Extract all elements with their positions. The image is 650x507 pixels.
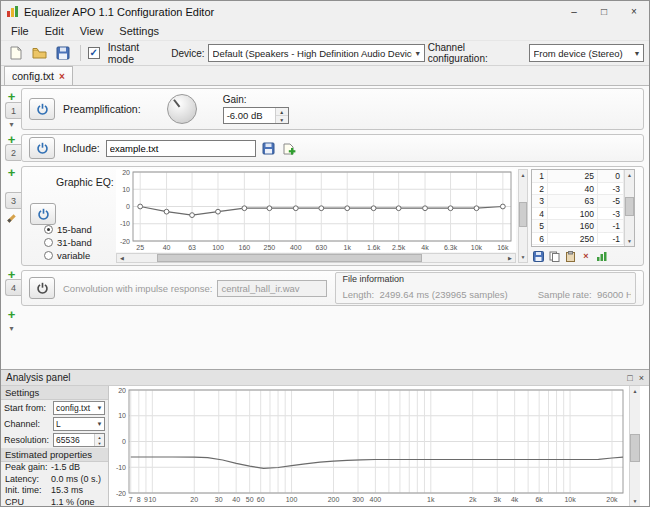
- include-power-toggle[interactable]: [29, 137, 55, 159]
- svg-text:-10: -10: [116, 464, 126, 471]
- eq-table-row[interactable]: 5160-1: [532, 220, 624, 233]
- new-file-button[interactable]: [6, 43, 26, 63]
- power-icon: [36, 103, 49, 116]
- menu-settings[interactable]: Settings: [111, 24, 167, 38]
- open-folder-icon: [32, 47, 47, 59]
- eq-mode-radio-31-band[interactable]: 31-band: [44, 237, 92, 248]
- save-icon: [56, 46, 70, 60]
- row-number-1[interactable]: 1: [5, 102, 21, 119]
- menu-view[interactable]: View: [72, 24, 112, 38]
- config-editor-area: + 1 ▾ + 2 + 3 + 4 + ▾ Preamplification: …: [1, 86, 649, 369]
- tab-config-txt[interactable]: config.txt ×: [4, 66, 73, 85]
- svg-text:10: 10: [122, 186, 130, 193]
- spin-up-button[interactable]: ▲: [276, 108, 288, 116]
- row-number-2[interactable]: 2: [5, 144, 21, 161]
- resolution-value: 65536: [54, 434, 94, 446]
- svg-text:20: 20: [190, 496, 198, 503]
- row-graphic-eq: Graphic EQ: 15-band31-bandvariable 20100…: [21, 166, 644, 266]
- eq-mode-radio-variable[interactable]: variable: [44, 250, 92, 261]
- normalize-bands-button[interactable]: [595, 250, 609, 263]
- eq-table-row[interactable]: 1250: [532, 170, 624, 183]
- start-from-select[interactable]: config.txt ▼: [53, 401, 105, 415]
- copy-bands-button[interactable]: [547, 250, 561, 263]
- eq-table-row[interactable]: 6250-1: [532, 233, 624, 246]
- eq-hscrollbar[interactable]: ◀ ▶: [116, 253, 516, 263]
- device-select[interactable]: Default (Speakers - High Definition Audi…: [208, 44, 425, 62]
- instant-mode-checkbox[interactable]: [88, 47, 100, 59]
- scroll-right-icon[interactable]: ▶: [505, 254, 515, 262]
- tab-close-icon[interactable]: ×: [59, 71, 65, 82]
- add-filter-button[interactable]: +: [4, 308, 19, 321]
- eq-chart[interactable]: 20100-10-202540631001602504006301k1.6k2.…: [116, 169, 516, 252]
- paste-bands-button[interactable]: [563, 250, 577, 263]
- scroll-up-icon[interactable]: ▲: [519, 170, 527, 180]
- svg-text:160: 160: [239, 244, 251, 251]
- gain-spinbox[interactable]: -6.00 dB ▲▼: [223, 107, 289, 124]
- gain-label: Gain:: [223, 94, 289, 105]
- settings-header: Settings: [1, 386, 108, 400]
- scroll-left-icon[interactable]: ◀: [117, 254, 127, 262]
- close-panel-icon[interactable]: ×: [639, 373, 644, 383]
- open-file-button[interactable]: [30, 43, 50, 63]
- resolution-spinbox[interactable]: 65536 ▲▼: [53, 433, 105, 447]
- estimated-properties-header: Estimated properties: [1, 448, 108, 462]
- scroll-thumb[interactable]: [157, 254, 422, 262]
- gain-knob[interactable]: [167, 94, 197, 124]
- save-bands-button[interactable]: [531, 250, 545, 263]
- svg-text:16k: 16k: [497, 244, 509, 251]
- scroll-thumb[interactable]: [519, 202, 527, 227]
- scroll-up-icon[interactable]: ▲: [625, 170, 634, 180]
- eq-vscrollbar[interactable]: ▲ ▼: [518, 169, 528, 263]
- svg-text:20: 20: [118, 387, 126, 394]
- channel-config-select[interactable]: From device (Stereo) ▼: [529, 44, 644, 62]
- scroll-down-icon[interactable]: ▼: [625, 236, 634, 246]
- close-button[interactable]: ×: [619, 1, 649, 22]
- impulse-file-input[interactable]: [217, 280, 327, 297]
- row-include: Include:: [21, 134, 644, 162]
- convolution-power-toggle[interactable]: [29, 277, 55, 299]
- scroll-down-icon[interactable]: ▼: [630, 496, 640, 506]
- power-icon: [37, 208, 50, 221]
- eq-table-row[interactable]: 4100-3: [532, 208, 624, 221]
- eq-band-toolbar: ×: [531, 247, 635, 263]
- svg-text:20: 20: [122, 169, 130, 176]
- scroll-thumb[interactable]: [630, 434, 640, 462]
- scroll-thumb[interactable]: [625, 197, 634, 217]
- estimated-properties: Peak gain:-1.5 dBLatency:0.0 ms (0 s.)In…: [1, 462, 108, 506]
- undock-panel-icon[interactable]: □: [627, 373, 632, 383]
- include-filename-input[interactable]: [106, 140, 256, 157]
- svg-text:50: 50: [246, 496, 254, 503]
- add-filter-button[interactable]: +: [4, 166, 19, 179]
- invert-bands-button[interactable]: ×: [579, 250, 593, 263]
- menu-file[interactable]: File: [3, 24, 37, 38]
- eq-power-toggle[interactable]: [30, 203, 56, 225]
- spin-down-button[interactable]: ▼: [95, 440, 104, 446]
- eq-mode-radio-15-band[interactable]: 15-band: [44, 224, 92, 235]
- svg-text:40: 40: [163, 244, 171, 251]
- eq-table-scrollbar[interactable]: ▲ ▼: [624, 170, 634, 246]
- preamp-power-toggle[interactable]: [29, 98, 55, 120]
- spin-down-button[interactable]: ▼: [276, 116, 288, 123]
- app-window: Equalizer APO 1.1 Configuration Editor –…: [0, 0, 650, 507]
- channel-select[interactable]: L ▼: [53, 417, 105, 431]
- eq-table-row[interactable]: 363-5: [532, 195, 624, 208]
- maximize-button[interactable]: □: [589, 1, 619, 22]
- chevron-down-icon[interactable]: ▾: [4, 322, 19, 335]
- chevron-down-icon[interactable]: ▾: [4, 118, 19, 131]
- row-number-4[interactable]: 4: [5, 279, 21, 296]
- analysis-vscrollbar[interactable]: ▲ ▼: [629, 386, 640, 506]
- edit-row-button[interactable]: [4, 212, 19, 225]
- save-include-button[interactable]: [259, 139, 278, 158]
- menu-edit[interactable]: Edit: [37, 24, 72, 38]
- resolution-label: Resolution:: [4, 435, 51, 445]
- row-number-3[interactable]: 3: [5, 192, 21, 209]
- minimize-button[interactable]: –: [559, 1, 589, 22]
- eq-table-row[interactable]: 240-3: [532, 183, 624, 196]
- chevron-down-icon: ▼: [95, 405, 104, 411]
- svg-text:100: 100: [212, 244, 224, 251]
- scroll-up-icon[interactable]: ▲: [630, 386, 640, 396]
- open-include-button[interactable]: [281, 139, 300, 158]
- scroll-down-icon[interactable]: ▼: [519, 252, 527, 262]
- app-icon: [6, 5, 19, 18]
- save-file-button[interactable]: [53, 43, 73, 63]
